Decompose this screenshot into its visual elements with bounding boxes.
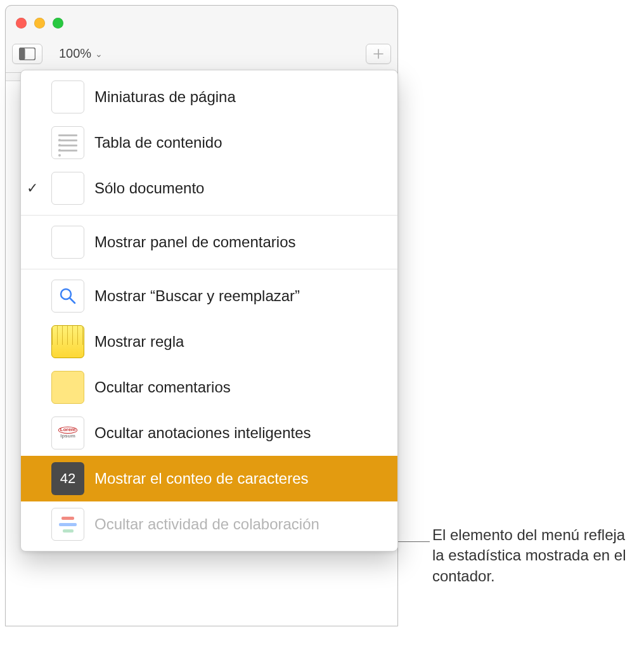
callout-leader-line (398, 541, 430, 542)
view-dropdown-menu: Miniaturas de página Tabla de contenido … (20, 70, 398, 552)
menu-item-hide-comments[interactable]: Ocultar comentarios (21, 365, 397, 410)
menu-item-show-character-count[interactable]: 42 Mostrar el conteo de caracteres (21, 456, 397, 501)
menu-item-find-replace[interactable]: Mostrar “Buscar y reemplazar” (21, 273, 397, 319)
zoom-value: 100% (59, 46, 91, 61)
zoom-select[interactable]: 100% ⌄ (51, 44, 108, 64)
menu-item-label: Sólo documento (94, 179, 204, 197)
character-count-icon: 42 (51, 462, 84, 495)
window-controls (16, 18, 63, 29)
menu-item-label: Ocultar comentarios (94, 378, 231, 396)
chevron-down-icon: ⌄ (95, 49, 103, 59)
menu-item-label: Ocultar actividad de colaboración (94, 515, 319, 533)
menu-item-page-thumbnails[interactable]: Miniaturas de página (21, 74, 397, 120)
menu-item-label: Miniaturas de página (94, 88, 236, 106)
sidebar-icon (19, 48, 35, 60)
menu-item-label: Tabla de contenido (94, 134, 222, 152)
thumbnails-icon (51, 81, 84, 113)
menu-item-document-only[interactable]: ✓ Sólo documento (21, 165, 397, 211)
collaboration-icon (51, 508, 84, 541)
add-page-button[interactable] (366, 44, 391, 64)
menu-item-show-comments-panel[interactable]: Mostrar panel de comentarios (21, 219, 397, 265)
menu-item-hide-collaboration-activity: Ocultar actividad de colaboración (21, 501, 397, 547)
menu-item-show-ruler[interactable]: Mostrar regla (21, 319, 397, 365)
menu-item-label: Mostrar panel de comentarios (94, 233, 295, 251)
view-menu-button[interactable] (12, 44, 42, 64)
menu-item-label: Ocultar anotaciones inteligentes (94, 424, 311, 442)
callout-text: El elemento del menú refleja la estadíst… (432, 525, 635, 586)
titlebar (6, 6, 397, 40)
menu-separator (21, 215, 397, 216)
minimize-window-button[interactable] (34, 18, 45, 29)
comment-note-icon (51, 371, 84, 404)
menu-item-label: Mostrar regla (94, 333, 184, 351)
plus-icon (373, 48, 384, 60)
checkmark-icon: ✓ (23, 180, 41, 197)
document-icon (51, 172, 84, 205)
zoom-window-button[interactable] (53, 18, 63, 29)
toolbar: 100% ⌄ (6, 40, 397, 73)
ruler-icon (51, 325, 84, 358)
menu-item-table-of-contents[interactable]: Tabla de contenido (21, 120, 397, 165)
menu-item-label: Mostrar el conteo de caracteres (94, 470, 309, 488)
menu-item-hide-smart-annotations[interactable]: LoremIpsum Ocultar anotaciones inteligen… (21, 410, 397, 456)
search-icon (51, 280, 84, 313)
comments-panel-icon (51, 226, 84, 259)
menu-separator (21, 269, 397, 269)
svg-rect-1 (20, 48, 25, 60)
smart-annotations-icon: LoremIpsum (51, 417, 84, 449)
toc-icon (51, 126, 84, 159)
menu-item-label: Mostrar “Buscar y reemplazar” (94, 287, 300, 305)
close-window-button[interactable] (16, 18, 27, 29)
